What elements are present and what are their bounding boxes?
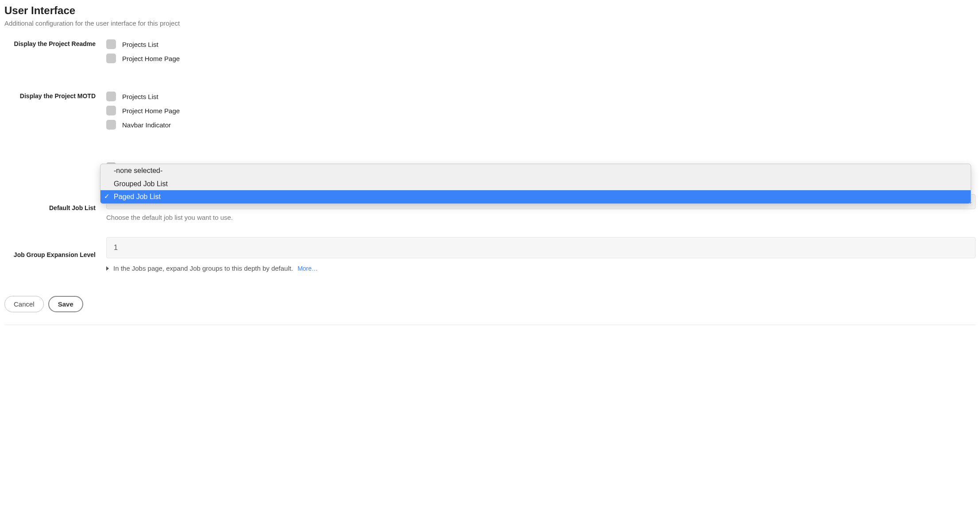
readme-project-home-checkbox[interactable] bbox=[106, 54, 116, 63]
readme-label: Display the Project Readme bbox=[4, 39, 106, 47]
check-icon: ✓ bbox=[104, 191, 110, 202]
cancel-button[interactable]: Cancel bbox=[4, 296, 44, 312]
caret-right-icon bbox=[106, 266, 109, 271]
dropdown-option-label: Grouped Job List bbox=[114, 180, 168, 188]
motd-navbar-label: Navbar Indicator bbox=[122, 121, 171, 129]
expansion-level-label: Job Group Expansion Level bbox=[4, 251, 106, 258]
dropdown-option-paged[interactable]: ✓ Paged Job List bbox=[100, 190, 971, 203]
dropdown-option-label: Paged Job List bbox=[114, 193, 161, 200]
readme-project-home-label: Project Home Page bbox=[122, 55, 180, 62]
expansion-help-text: In the Jobs page, expand Job groups to t… bbox=[113, 264, 293, 272]
motd-projects-list-checkbox[interactable] bbox=[106, 92, 116, 101]
divider bbox=[4, 325, 976, 325]
expansion-more-link[interactable]: More… bbox=[297, 265, 318, 272]
dropdown-option-none[interactable]: -none selected- bbox=[100, 164, 971, 177]
readme-projects-list-checkbox[interactable] bbox=[106, 39, 116, 49]
motd-project-home-checkbox[interactable] bbox=[106, 106, 116, 115]
dropdown-option-grouped[interactable]: Grouped Job List bbox=[100, 177, 971, 191]
expansion-level-input[interactable] bbox=[106, 237, 976, 258]
default-job-list-dropdown[interactable]: -none selected- Grouped Job List ✓ Paged… bbox=[100, 164, 971, 204]
motd-projects-list-label: Projects List bbox=[122, 93, 158, 100]
motd-navbar-checkbox[interactable] bbox=[106, 120, 116, 130]
motd-project-home-label: Project Home Page bbox=[122, 107, 180, 115]
page-title: User Interface bbox=[4, 4, 976, 17]
motd-label: Display the Project MOTD bbox=[4, 92, 106, 100]
page-subtitle: Additional configuration for the user in… bbox=[4, 19, 976, 27]
default-job-list-help: Choose the default job list you want to … bbox=[106, 214, 976, 221]
readme-projects-list-label: Projects List bbox=[122, 41, 158, 48]
save-button[interactable]: Save bbox=[48, 296, 83, 312]
dropdown-option-label: -none selected- bbox=[114, 167, 162, 174]
default-job-list-label: Default Job List bbox=[4, 204, 106, 211]
